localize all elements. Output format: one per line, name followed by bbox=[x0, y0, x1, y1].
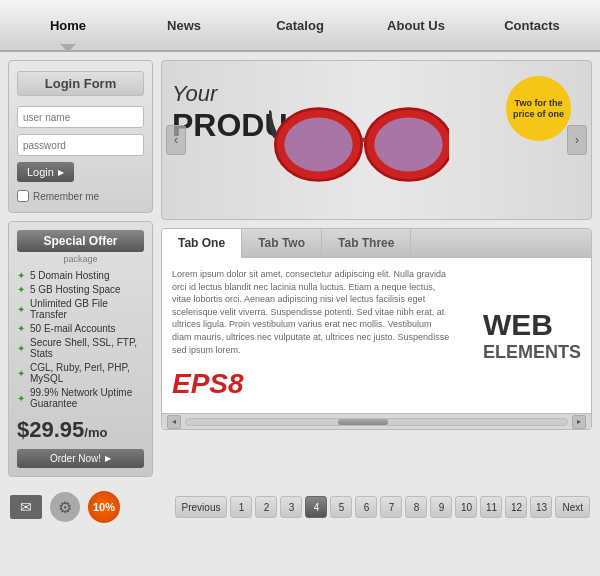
pagination: Previous 1 2 3 4 5 6 7 8 9 10 11 12 13 N… bbox=[175, 496, 590, 518]
page-2[interactable]: 2 bbox=[255, 496, 277, 518]
left-sidebar: Login Form Login Remember me Special Off… bbox=[8, 60, 153, 477]
tabs-panel: Tab One Tab Two Tab Three Lorem ipsum do… bbox=[161, 228, 592, 430]
slider-next-arrow[interactable]: › bbox=[567, 125, 587, 155]
offer-item-2: ✦ 5 GB Hosting Space bbox=[17, 284, 144, 295]
svg-point-1 bbox=[284, 118, 352, 172]
scroll-bar: ◂ ▸ bbox=[162, 413, 591, 429]
tab-right-block: WEB ELEMENTS bbox=[461, 268, 581, 403]
order-now-button[interactable]: Order Now! bbox=[17, 449, 144, 468]
offer-item-1: ✦ 5 Domain Hosting bbox=[17, 270, 144, 281]
gear-icon[interactable]: ⚙ bbox=[50, 492, 80, 522]
image-slider: ‹ Your PRODUCT bbox=[161, 60, 592, 220]
offer-item-label-2: 5 GB Hosting Space bbox=[30, 284, 121, 295]
offer-item-label-5: Secure Shell, SSL, FTP, Stats bbox=[30, 337, 144, 359]
login-form-panel: Login Form Login Remember me bbox=[8, 60, 153, 213]
login-form-title: Login Form bbox=[17, 71, 144, 96]
offer-item-label-3: Unlimited GB File Transfer bbox=[30, 298, 144, 320]
offer-price: $29.95/mo bbox=[17, 417, 144, 443]
product-badge: Two for the price of one bbox=[506, 76, 571, 141]
web-elements-label: WEB ELEMENTS bbox=[483, 308, 581, 363]
svg-point-3 bbox=[374, 118, 442, 172]
scroll-track[interactable] bbox=[185, 418, 568, 426]
remember-me-row: Remember me bbox=[17, 190, 144, 202]
page-4[interactable]: 4 bbox=[305, 496, 327, 518]
offer-item-4: ✦ 50 E-mail Accounts bbox=[17, 323, 144, 334]
special-offer-title: Special Offer bbox=[17, 230, 144, 252]
offer-item-label-6: CGL, Ruby, Perl, PHP, MySQL bbox=[30, 362, 144, 384]
offer-item-3: ✦ Unlimited GB File Transfer bbox=[17, 298, 144, 320]
offer-item-6: ✦ CGL, Ruby, Perl, PHP, MySQL bbox=[17, 362, 144, 384]
footer: ✉ ⚙ 10% Previous 1 2 3 4 5 6 7 8 9 10 11… bbox=[0, 485, 600, 529]
offer-item-7: ✦ 99.9% Network Uptime Guarantee bbox=[17, 387, 144, 409]
special-offer-panel: Special Offer package ✦ 5 Domain Hosting… bbox=[8, 221, 153, 477]
page-7[interactable]: 7 bbox=[380, 496, 402, 518]
nav-bar: Home News Catalog About Us Contacts bbox=[0, 0, 600, 52]
offer-item-5: ✦ Secure Shell, SSL, FTP, Stats bbox=[17, 337, 144, 359]
tab-three[interactable]: Tab Three bbox=[322, 229, 411, 257]
page-8[interactable]: 8 bbox=[405, 496, 427, 518]
remember-me-label: Remember me bbox=[33, 191, 99, 202]
eps8-label: EPS8 bbox=[172, 364, 451, 403]
username-input[interactable] bbox=[17, 106, 144, 128]
nav-item-news[interactable]: News bbox=[126, 3, 242, 48]
tab-body-text: Lorem ipsum dolor sit amet, consectetur … bbox=[172, 268, 451, 403]
slider-content: Your PRODUCT bbox=[162, 61, 591, 219]
page-6[interactable]: 6 bbox=[355, 496, 377, 518]
remember-me-checkbox[interactable] bbox=[17, 190, 29, 202]
prev-button[interactable]: Previous bbox=[175, 496, 228, 518]
login-button[interactable]: Login bbox=[17, 162, 74, 182]
tab-two[interactable]: Tab Two bbox=[242, 229, 322, 257]
right-main: ‹ Your PRODUCT bbox=[161, 60, 592, 477]
discount-badge: 10% bbox=[88, 491, 120, 523]
page-10[interactable]: 10 bbox=[455, 496, 477, 518]
scroll-left-btn[interactable]: ◂ bbox=[167, 415, 181, 429]
page-5[interactable]: 5 bbox=[330, 496, 352, 518]
page-12[interactable]: 12 bbox=[505, 496, 527, 518]
nav-item-home[interactable]: Home bbox=[10, 3, 126, 48]
scroll-thumb[interactable] bbox=[338, 419, 388, 425]
scroll-right-btn[interactable]: ▸ bbox=[572, 415, 586, 429]
offer-item-label-4: 50 E-mail Accounts bbox=[30, 323, 116, 334]
nav-item-contacts[interactable]: Contacts bbox=[474, 3, 590, 48]
page-9[interactable]: 9 bbox=[430, 496, 452, 518]
nav-item-catalog[interactable]: Catalog bbox=[242, 3, 358, 48]
password-input[interactable] bbox=[17, 134, 144, 156]
page-3[interactable]: 3 bbox=[280, 496, 302, 518]
offer-check-icon-7: ✦ bbox=[17, 393, 25, 404]
slider-prev-arrow[interactable]: ‹ bbox=[166, 125, 186, 155]
page-13[interactable]: 13 bbox=[530, 496, 552, 518]
offer-check-icon-3: ✦ bbox=[17, 304, 25, 315]
offer-check-icon-5: ✦ bbox=[17, 343, 25, 354]
tab-one[interactable]: Tab One bbox=[162, 229, 242, 258]
glasses-image bbox=[269, 95, 449, 185]
tabs-content: Lorem ipsum dolor sit amet, consectetur … bbox=[162, 258, 591, 413]
tabs-header: Tab One Tab Two Tab Three bbox=[162, 229, 591, 258]
page-1[interactable]: 1 bbox=[230, 496, 252, 518]
nav-item-about[interactable]: About Us bbox=[358, 3, 474, 48]
offer-check-icon-6: ✦ bbox=[17, 368, 25, 379]
main-content: Login Form Login Remember me Special Off… bbox=[0, 52, 600, 485]
email-icon[interactable]: ✉ bbox=[10, 495, 42, 519]
offer-item-label-1: 5 Domain Hosting bbox=[30, 270, 109, 281]
page-11[interactable]: 11 bbox=[480, 496, 502, 518]
tab-paragraph: Lorem ipsum dolor sit amet, consectetur … bbox=[172, 268, 451, 356]
offer-check-icon-1: ✦ bbox=[17, 270, 25, 281]
offer-item-label-7: 99.9% Network Uptime Guarantee bbox=[30, 387, 144, 409]
offer-check-icon-4: ✦ bbox=[17, 323, 25, 334]
special-offer-subtitle: package bbox=[17, 254, 144, 264]
next-button[interactable]: Next bbox=[555, 496, 590, 518]
offer-check-icon-2: ✦ bbox=[17, 284, 25, 295]
